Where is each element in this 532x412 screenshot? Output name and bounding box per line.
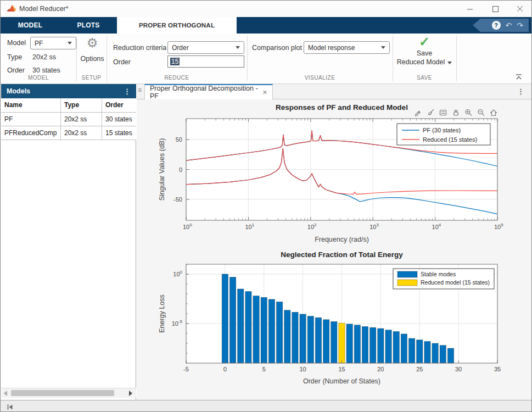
svg-text:104: 104 — [432, 222, 441, 230]
axes-toolbar — [412, 107, 499, 118]
collapse-ribbon-button[interactable] — [514, 73, 525, 82]
section-label-reduce: REDUCE — [107, 75, 247, 82]
export-icon[interactable] — [412, 107, 423, 118]
column-header-order: Order — [102, 98, 136, 113]
svg-text:Frequency (rad/s): Frequency (rad/s) — [315, 236, 369, 243]
order-input[interactable]: 15 — [167, 55, 244, 68]
scroll-left-icon[interactable] — [4, 391, 7, 396]
svg-text:35: 35 — [494, 366, 501, 372]
chevron-down-icon — [236, 46, 240, 49]
column-header-type: Type — [61, 98, 102, 113]
help-icon[interactable]: ? — [492, 21, 501, 30]
table-row-pfreducedcomp[interactable]: PFReducedComp 20x2 ss 15 states — [1, 126, 136, 140]
svg-text:PF (30 states): PF (30 states) — [423, 127, 461, 133]
chevron-down-icon — [68, 42, 72, 44]
model-label: Model — [7, 39, 26, 47]
models-panel-title: Models — [7, 87, 30, 95]
undo-icon[interactable]: ↶ — [506, 21, 512, 29]
minimize-icon — [467, 6, 473, 12]
svg-text:102: 102 — [307, 222, 317, 230]
singular-values-plot[interactable]: 100101102103104105500-50Responses of PF … — [139, 101, 530, 245]
scroll-right-icon[interactable] — [129, 391, 132, 396]
document-tab-title: Proper Orthogonal Decomposition - PF — [150, 85, 258, 100]
gear-icon: ⚙ — [87, 36, 98, 50]
tab-bar-menu-icon[interactable]: ⋮ — [517, 87, 524, 96]
table-row-pf[interactable]: PF 20x2 ss 30 states — [1, 113, 136, 126]
options-button-label: Options — [80, 54, 104, 63]
svg-text:Responses of PF and Reduced Mo: Responses of PF and Reduced Model — [276, 103, 408, 112]
close-icon — [517, 6, 523, 12]
svg-text:10-5: 10-5 — [172, 319, 183, 327]
collapse-ribbon-icon — [514, 73, 523, 81]
svg-text:10: 10 — [300, 366, 306, 372]
reduction-criteria-dropdown[interactable]: Order — [167, 41, 244, 54]
document-tab-pod-pf[interactable]: Proper Orthogonal Decomposition - PF ✕ — [144, 84, 273, 99]
save-reduced-model-button[interactable]: ✓ Save Reduced Model — [394, 35, 455, 66]
model-dropdown-value: PF — [35, 40, 43, 47]
window-title: Model Reducer* — [19, 5, 69, 13]
comparison-plot-dropdown[interactable]: Model response — [304, 41, 390, 54]
scrollbar-thumb[interactable] — [11, 390, 114, 396]
section-label-save: SAVE — [393, 75, 456, 82]
svg-text:Neglected Fraction of Total En: Neglected Fraction of Total Energy — [281, 250, 403, 259]
zoom-out-icon[interactable] — [475, 107, 486, 118]
close-button[interactable] — [511, 1, 529, 17]
models-panel-header: Models ⋮ — [1, 84, 136, 98]
ribbon-toolbar: Model PF Type 20x2 ss Order 30 states MO… — [1, 34, 532, 84]
reduction-criteria-value: Order — [172, 44, 189, 52]
svg-text:25: 25 — [416, 366, 423, 372]
comparison-plot-value: Model response — [308, 44, 355, 52]
home-icon[interactable] — [488, 107, 499, 118]
svg-text:20: 20 — [377, 366, 384, 372]
collapse-panel-icon[interactable] — [5, 403, 14, 411]
title-bar: Model Reducer* — [1, 1, 532, 17]
svg-text:-50: -50 — [173, 196, 182, 203]
tab-proper-orthogonal-decomposition[interactable]: PROPER ORTHOGONAL DECOMPOSITION — [117, 17, 237, 34]
section-divider — [456, 36, 457, 81]
order-input-value: 15 — [170, 58, 180, 65]
svg-text:Reduced (15 states): Reduced (15 states) — [423, 136, 477, 143]
svg-text:101: 101 — [245, 222, 254, 230]
datatips-icon[interactable] — [438, 107, 449, 118]
save-button-line1: Save — [417, 49, 433, 58]
svg-text:5: 5 — [262, 366, 266, 372]
zoom-in-icon[interactable] — [463, 107, 474, 118]
order-field-label: Order — [113, 58, 131, 66]
pan-icon[interactable] — [450, 107, 461, 118]
save-button-line2: Reduced Model — [397, 58, 452, 66]
model-dropdown[interactable]: PF — [30, 37, 76, 49]
section-label-model: MODEL — [1, 75, 76, 82]
chevron-down-icon — [381, 46, 385, 49]
energy-loss-plot[interactable]: -50510152025303510010-5Neglected Fractio… — [139, 249, 530, 387]
quick-access-toolbar: ? ↶ ↷ — [473, 19, 529, 32]
model-reducer-window: Model Reducer* MODEL REDUCER PLOTS PROPE… — [0, 0, 532, 412]
tab-plots[interactable]: PLOTS — [60, 17, 117, 34]
minimize-button[interactable] — [461, 1, 479, 17]
tab-model-reducer[interactable]: MODEL REDUCER — [1, 17, 60, 34]
document-bar-menu-icon[interactable]: ≡ — [138, 86, 142, 94]
type-value: 20x2 ss — [32, 53, 56, 61]
order-info-value: 30 states — [32, 66, 60, 74]
options-button[interactable]: ⚙ Options — [77, 36, 107, 63]
section-label-setup: SETUP — [76, 75, 107, 82]
order-info-label: Order — [7, 66, 25, 74]
tab-close-icon[interactable]: ✕ — [262, 89, 267, 96]
models-panel-menu-icon[interactable]: ⋮ — [124, 87, 131, 96]
matlab-logo-icon — [7, 4, 16, 13]
brush-icon[interactable] — [425, 107, 436, 118]
svg-text:50: 50 — [176, 136, 182, 143]
maximize-icon — [492, 6, 499, 12]
check-icon: ✓ — [419, 35, 430, 49]
svg-text:Singular Values (dB): Singular Values (dB) — [158, 138, 166, 201]
svg-text:Order (Number of States): Order (Number of States) — [303, 377, 380, 385]
column-header-name: Name — [1, 98, 61, 113]
svg-text:103: 103 — [369, 222, 379, 230]
maximize-button[interactable] — [486, 1, 505, 17]
redo-icon[interactable]: ↷ — [517, 21, 523, 29]
svg-text:100: 100 — [173, 270, 182, 277]
svg-text:0: 0 — [223, 366, 227, 372]
section-label-visualize: VISUALIZE — [247, 75, 393, 82]
type-label: Type — [7, 53, 22, 61]
models-horizontal-scrollbar[interactable] — [1, 388, 136, 398]
svg-text:105: 105 — [494, 222, 503, 230]
